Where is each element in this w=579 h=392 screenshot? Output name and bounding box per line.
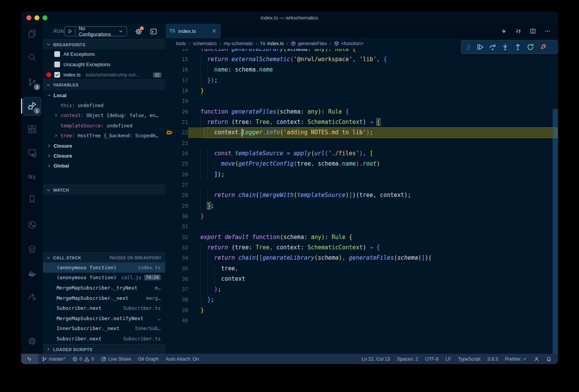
section-header-call-stack[interactable]: CALL STACKPAUSED ON BREAKPOINT — [43, 252, 165, 263]
breadcrumb-item[interactable]: tools — [176, 41, 186, 46]
status-item-indentation[interactable]: Spaces: 2 — [394, 354, 422, 364]
code-line[interactable]: 18} — [165, 86, 558, 96]
activity-bar-item-run-and-debug[interactable]: 1 — [21, 97, 43, 115]
open-changes-button[interactable] — [501, 28, 507, 34]
activity-bar-item-live-share[interactable] — [21, 287, 43, 306]
code-line[interactable]: 17 }); — [165, 75, 558, 86]
section-header-variables[interactable]: VARIABLES — [43, 80, 165, 90]
status-item-feedback[interactable] — [530, 354, 543, 364]
configure-gear-button[interactable] — [135, 28, 142, 35]
checkbox-unchecked[interactable] — [54, 62, 60, 67]
status-item-live-share[interactable]: Live Share — [98, 354, 135, 364]
activity-bar-item-testing[interactable] — [21, 240, 43, 259]
status-item-eol[interactable]: LF — [442, 354, 455, 364]
activity-bar-item-code-tour[interactable] — [21, 216, 43, 234]
call-stack-frame[interactable]: (anonymous function)index.ts — [43, 262, 165, 273]
code-editor[interactable]: 14function generateLibrary(schema: any):… — [165, 49, 558, 354]
code-line[interactable]: 37 ); — [165, 284, 558, 294]
code-line[interactable]: 32export default function(schema: any): … — [165, 232, 558, 242]
call-stack-frame[interactable]: (anonymous function)call.js74:24 — [43, 273, 165, 283]
close-tab-icon[interactable] — [211, 28, 217, 34]
minimize-window-button[interactable] — [34, 15, 39, 20]
status-item-notifications[interactable] — [543, 354, 555, 364]
breadcrumb-item[interactable]: generateFiles — [291, 41, 327, 46]
breakpoint-item[interactable]: index.tstools/schematics/my-sch…22 — [43, 70, 165, 80]
remote-indicator[interactable] — [21, 354, 38, 364]
variable-scope-global[interactable]: Global — [43, 161, 165, 171]
code-line[interactable]: 31 — [165, 221, 558, 232]
checkbox-unchecked[interactable] — [54, 51, 60, 57]
call-stack-frame[interactable]: MergeMapSubscriber._tryNextm… — [43, 283, 165, 293]
breadcrumb-item[interactable]: my-schematic — [224, 41, 253, 46]
step-over-button[interactable] — [486, 41, 499, 53]
activity-bar-item-search[interactable] — [21, 48, 43, 67]
code-line[interactable]: 19 — [165, 96, 558, 106]
section-header-breakpoints[interactable]: BREAKPOINTS — [43, 39, 165, 49]
activity-bar-item-bookmarks[interactable] — [21, 190, 43, 208]
breadcrumb-item[interactable]: schematics — [193, 41, 217, 46]
breadcrumb-item[interactable]: TSindex.ts — [260, 41, 284, 46]
code-line[interactable]: 40 — [165, 316, 558, 326]
step-out-button[interactable] — [511, 41, 524, 53]
disconnect-button[interactable] — [537, 41, 549, 53]
compare-changes-button[interactable] — [515, 28, 522, 34]
code-line[interactable]: 16 name: schema.name — [165, 65, 558, 75]
debug-console-button[interactable] — [149, 28, 158, 35]
status-item-encoding[interactable]: UTF-8 — [421, 354, 442, 364]
variable-item[interactable]: tree: HostTree {_backend: ScopedH… — [43, 131, 165, 141]
call-stack-frame[interactable]: MergeMapSubscriber._nextmerg… — [43, 293, 165, 303]
code-line[interactable]: 33 return (tree: Tree, context: Schemati… — [165, 242, 558, 253]
code-line[interactable]: 23 — [165, 138, 558, 148]
code-line[interactable]: 28 return chain([mergeWith(templateSourc… — [165, 190, 558, 200]
call-stack-frame[interactable]: Subscriber.nextSubscriber.ts — [43, 303, 165, 313]
code-line[interactable]: 34 return chain([generateLibrary(schema)… — [165, 253, 558, 263]
more-actions-button[interactable] — [544, 28, 551, 34]
breakpoint-item[interactable]: Uncaught Exceptions — [43, 59, 165, 70]
code-line[interactable]: 29 }; — [165, 201, 558, 211]
status-item-ts-version[interactable]: 3.8.3 — [484, 354, 501, 364]
status-item-git-graph[interactable]: Git Graph — [135, 354, 162, 364]
variable-item[interactable]: this: undefined — [43, 100, 165, 110]
section-header-loaded-scripts[interactable]: LOADED SCRIPTS — [43, 344, 165, 354]
close-window-button[interactable] — [26, 15, 31, 20]
code-line[interactable]: 15 return externalSchematic('@nrwl/works… — [165, 54, 558, 65]
variable-scope-closure[interactable]: Closure — [43, 141, 165, 151]
launch-configuration-dropdown[interactable]: No Configurations — [64, 26, 127, 36]
variable-scope-local[interactable]: Local — [43, 90, 165, 100]
status-item-prettier[interactable]: Prettier: ✓ — [501, 354, 530, 364]
status-item-git-branch[interactable]: master* — [38, 354, 69, 364]
status-item-auto-attach[interactable]: Auto Attach: On — [162, 354, 203, 364]
variable-item[interactable]: context: Object {debug: false, en… — [43, 111, 165, 120]
status-item-cursor-position[interactable]: Ln 22, Col 13 — [358, 354, 393, 364]
code-line[interactable]: 26 ]); — [165, 169, 558, 180]
checkbox-checked[interactable] — [54, 72, 60, 78]
activity-bar-item-extensions[interactable] — [21, 120, 43, 138]
activity-bar-item-docker[interactable] — [21, 264, 43, 282]
call-stack-frame[interactable]: InnerSubscriber._nextInnerSub… — [43, 324, 165, 334]
status-item-language-mode[interactable]: TypeScript — [454, 354, 484, 364]
step-into-button[interactable] — [499, 41, 511, 53]
variable-scope-closure[interactable]: Closure — [43, 151, 165, 161]
continue-button[interactable] — [473, 41, 486, 53]
toolbar-drag-handle[interactable] — [465, 44, 472, 50]
code-line[interactable]: 24 const templateSource = apply(url('./f… — [165, 148, 558, 159]
section-header-watch[interactable]: WATCH — [43, 185, 165, 195]
code-line[interactable]: 38 }; — [165, 294, 558, 305]
code-line[interactable]: 21 return (tree: Tree, context: Schemati… — [165, 117, 558, 127]
activity-bar-item-remote-explorer[interactable] — [21, 144, 43, 162]
status-item-problems[interactable]: 00 — [69, 354, 98, 364]
code-line[interactable]: 36 context — [165, 274, 558, 284]
breakpoint-item[interactable]: All Exceptions — [43, 49, 165, 59]
tab-index-ts[interactable]: TS index.ts — [166, 24, 221, 38]
code-line[interactable]: 22 context.logger.info('adding NOTES.md … — [165, 127, 558, 138]
code-line[interactable]: 25 move(getProjectConfig(tree, schema.na… — [165, 159, 558, 169]
activity-bar-item-settings[interactable] — [21, 332, 43, 350]
call-stack-frame[interactable]: MergeMapSubscriber.notifyNext… — [43, 313, 165, 324]
editor-scrollbar[interactable] — [553, 109, 558, 354]
zoom-window-button[interactable] — [42, 15, 47, 20]
activity-bar-item-explorer[interactable] — [21, 24, 43, 43]
activity-bar-item-nx-console[interactable]: N — [21, 168, 43, 186]
restart-button[interactable] — [524, 41, 537, 53]
code-line[interactable]: 35 tree, — [165, 264, 558, 274]
code-line[interactable]: 30} — [165, 211, 558, 221]
